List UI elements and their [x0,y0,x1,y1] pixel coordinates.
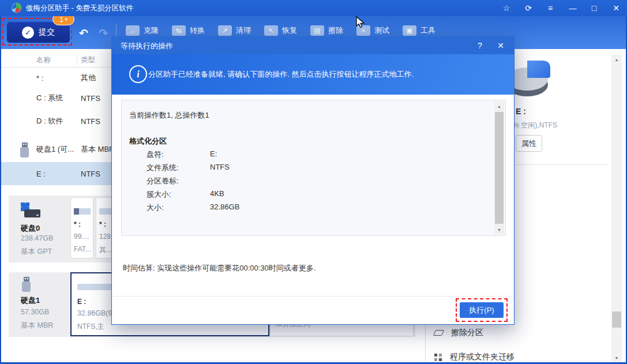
toolbar-item-label: 清理 [236,25,251,36]
disk-size: 57.30GB [21,308,49,316]
help-icon[interactable]: ? [474,40,486,51]
maximize-button[interactable]: □ [587,2,602,14]
undo-button[interactable]: ↶ [77,26,91,40]
field-value: 32.86GB [210,202,239,211]
app-logo-icon [12,3,21,13]
volume-name: E : [36,170,46,178]
recover-icon: ↖ [264,25,278,36]
title-bar: 傲梅分区助手 - 免费无损分区软件 ☆ ⟳ ≡ — □ ✕ [0,0,627,16]
scroll-up-icon[interactable]: ▲ [611,55,622,64]
volume-name: D : 软件 [36,116,63,126]
field-value: NTFS [210,163,230,171]
field-label: 盘符: [147,149,164,160]
partition-box[interactable]: * : 99.... FAT... [70,197,93,258]
usb-drive-icon [20,142,29,157]
dialog-title: 等待执行的操作 [121,41,173,51]
column-header-name[interactable]: 名称 [36,55,51,65]
volume-type: NTFS [81,117,100,125]
toolbar-item-clean[interactable]: ↗ 清理 [218,25,251,36]
favorite-icon[interactable]: ☆ [499,2,514,14]
dialog-header[interactable]: 等待执行的操作 ? ✕ [112,37,514,54]
migrate-icon [434,354,442,361]
info-icon: i [129,65,147,83]
toolbar-item-label: 克隆 [144,25,159,36]
toolbar-item-label: 转换 [190,25,205,36]
panel-divider [509,164,607,165]
volume-type: 基本 MBR [81,144,115,155]
operations-list: 当前操作数1, 总操作数1 格式化分区 盘符: E: 文件系统: NTFS 分区… [121,100,506,236]
field-label: 文件系统: [147,163,179,173]
convert-icon: ⇆ [172,25,186,36]
toolbar-item-label: 测试 [374,25,389,36]
panel-scrollbar[interactable]: ▲ ▼ [611,55,622,362]
volume-type: 其他 [81,73,96,83]
mouse-cursor [356,16,365,31]
scrollbar-thumb[interactable] [612,312,621,328]
toolbar-item-convert[interactable]: ⇆ 转换 [172,25,205,36]
partition-size: 99.... [74,232,89,241]
partition-fs: 其... [99,245,112,255]
execute-highlight-dashed-border: 执行(P) [456,298,508,322]
column-divider [77,54,77,66]
disk-name: 硬盘1 [21,295,40,306]
action-erase-partition[interactable]: 擦除分区 [434,328,483,338]
field-value: E: [210,149,217,158]
operations-summary: 当前操作数1, 总操作数1 [129,110,209,121]
toolbar-item-label: 擦除 [328,25,343,36]
submit-highlight-dashed-border: ✓ 提交 1 ▾ [2,18,72,46]
volume-type: NTFS [81,170,100,178]
check-icon: ✓ [22,27,34,39]
dialog-banner: i 分区助手已经准备就绪, 请确认下面的操作. 然后点击执行按钮让程序正式地工作… [112,54,514,95]
app-window: 傲梅分区助手 - 免费无损分区软件 ☆ ⟳ ≡ — □ ✕ ✓ 提交 1 ▾ ↶… [0,0,627,364]
scroll-up-icon[interactable]: ▲ [494,102,504,111]
pending-operations-dialog: 等待执行的操作 ? ✕ i 分区助手已经准备就绪, 请确认下面的操作. 然后点击… [111,36,515,325]
selected-volume-label: E : [516,107,526,116]
scroll-down-icon[interactable]: ▼ [611,353,622,362]
usb-drive-icon [22,277,31,292]
action-migrate-apps[interactable]: 程序或文件夹迁移 [434,352,515,362]
hard-disk-icon [21,202,43,221]
refresh-icon[interactable]: ⟳ [521,2,536,14]
dialog-close-button[interactable]: ✕ [494,40,507,51]
disk-name: 硬盘0 [21,223,40,234]
toolbar-item-label: 工具 [420,25,435,36]
execute-button[interactable]: 执行(P) [460,302,504,318]
action-label: 擦除分区 [451,328,483,338]
titlebar-icons: ☆ ⟳ ≡ — □ ✕ [492,0,624,16]
close-button[interactable]: ✕ [609,2,624,14]
volume-name: * : [36,73,43,82]
scroll-down-icon[interactable]: ▼ [494,225,504,234]
partition-label: E : [77,298,86,306]
pending-count: 1 [59,16,63,24]
clean-icon: ↗ [218,25,232,36]
window-border [0,16,1,364]
redo-button[interactable]: ↷ [96,26,110,40]
column-header-type[interactable]: 类型 [81,55,95,65]
time-estimate: 时间估算: 实现这些操作可能需要花00:00:30时间或者更多. [123,263,316,273]
field-value: 4KB [210,189,224,198]
toolbar-item-recover[interactable]: ↖ 恢复 [264,25,297,36]
banner-text: 分区助手已经准备就绪, 请确认下面的操作. 然后点击执行按钮让程序正式地工作. [148,54,414,95]
dialog-scrollbar[interactable]: ▲ ▼ [494,102,504,234]
erase-icon: ▤ [310,25,324,36]
chevron-down-icon: ▾ [65,17,67,22]
disk-style: 基本 MBR [21,321,53,331]
volume-name: C : 系统 [36,93,63,103]
action-label: 程序或文件夹迁移 [450,352,515,362]
field-label: 大小: [147,202,164,213]
properties-button[interactable]: 属性 [516,135,542,152]
toolbar-item-erase[interactable]: ▤ 擦除 [310,25,343,36]
minimize-button[interactable]: — [565,2,580,14]
operation-title: 格式化分区 [129,136,167,147]
disk-style: 基本 GPT [21,247,52,257]
menu-icon[interactable]: ≡ [543,2,558,14]
disk-size: 238.47GB [21,234,53,242]
scrollbar-thumb[interactable] [495,112,504,224]
field-label: 簇大小: [147,189,171,200]
toolbar-item-clone[interactable]: → 克隆 [126,25,159,36]
footer-divider [112,296,514,297]
partition-label: * : [74,220,81,228]
toolbar-item-tools[interactable]: ▣ 工具 [403,25,435,36]
clone-icon: → [126,25,140,36]
toolbar-item-label: 恢复 [282,25,297,36]
